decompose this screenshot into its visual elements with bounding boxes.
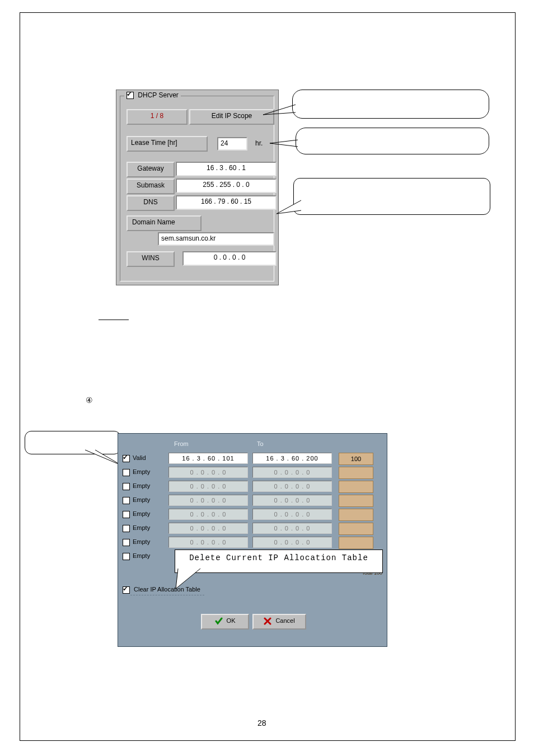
row-valid-checkbox[interactable] xyxy=(123,511,130,518)
row-to-ip: 0 . 0 . 0 . 0 xyxy=(252,467,332,478)
row-valid-checkbox[interactable] xyxy=(123,539,130,546)
row-to-ip: 0 . 0 . 0 . 0 xyxy=(252,481,332,492)
ok-label: OK xyxy=(227,617,236,624)
row-count xyxy=(339,509,373,521)
ip-scope-row: Empty0 . 0 . 0 . 00 . 0 . 0 . 0 xyxy=(123,509,382,521)
row-label: Valid xyxy=(133,454,146,461)
overlay-tail xyxy=(176,569,209,591)
submask-button[interactable]: Submask xyxy=(127,179,175,194)
row-from-ip: 0 . 0 . 0 . 0 xyxy=(168,495,248,506)
row-valid-checkbox[interactable] xyxy=(123,469,130,476)
row-from-ip: 0 . 0 . 0 . 0 xyxy=(168,509,248,520)
svg-line-3 xyxy=(270,143,298,147)
row-label: Empty xyxy=(133,468,150,475)
clear-ip-checkbox[interactable] xyxy=(123,586,130,594)
row-label: Empty xyxy=(133,496,150,503)
row-count xyxy=(339,481,373,493)
row-valid-checkbox[interactable] xyxy=(123,483,130,490)
dns-button[interactable]: DNS xyxy=(127,195,175,211)
row-count xyxy=(339,467,373,479)
callout-2-tail xyxy=(270,140,299,148)
callout-2 xyxy=(296,128,489,154)
callout-3 xyxy=(293,178,490,215)
page-number: 28 xyxy=(257,719,266,727)
dhcp-title-wrap: DHCP Server xyxy=(124,91,181,99)
row-from-ip: 0 . 0 . 0 . 0 xyxy=(168,481,248,492)
row-valid-checkbox[interactable] xyxy=(123,553,130,560)
dhcp-server-panel: DHCP Server 1 / 8 Edit IP Scope Lease Ti… xyxy=(116,90,279,285)
clear-ip-underline xyxy=(130,595,204,595)
ip-scope-row: Empty0 . 0 . 0 . 00 . 0 . 0 . 0 xyxy=(123,495,382,507)
row-from-ip: 0 . 0 . 0 . 0 xyxy=(168,467,248,478)
row-from-ip[interactable]: 16 . 3 . 60 . 101 xyxy=(168,453,248,464)
callout-1-tail xyxy=(263,109,297,120)
check-icon xyxy=(215,617,223,625)
ip-scope-row: Empty0 . 0 . 0 . 00 . 0 . 0 . 0 xyxy=(123,481,382,493)
domain-name-button[interactable]: Domain Name xyxy=(127,215,202,231)
scope-counter: 1 / 8 xyxy=(127,109,188,125)
row-to-ip: 0 . 0 . 0 . 0 xyxy=(252,509,332,520)
gateway-button[interactable]: Gateway xyxy=(127,162,175,177)
cancel-label: Cancel xyxy=(275,617,294,624)
row-to-ip[interactable]: 16 . 3 . 60 . 200 xyxy=(252,453,332,464)
ip-scope-row: Valid16 . 3 . 60 . 10116 . 3 . 60 . 2001… xyxy=(123,453,382,465)
ip-scope-row: Empty0 . 0 . 0 . 00 . 0 . 0 . 0 xyxy=(123,537,382,549)
row-from-ip: 0 . 0 . 0 . 0 xyxy=(168,523,248,534)
row-label: Empty xyxy=(133,510,150,517)
dns-value[interactable]: 166 . 79 . 60 . 15 xyxy=(176,195,277,210)
row-count: 100 xyxy=(339,453,373,465)
cancel-button[interactable]: Cancel xyxy=(252,614,306,630)
wins-value[interactable]: 0 . 0 . 0 . 0 xyxy=(182,251,277,266)
gateway-value[interactable]: 16 . 3 . 60 . 1 xyxy=(176,162,277,176)
row-valid-checkbox[interactable] xyxy=(123,497,130,504)
lease-time-label: Lease Time [hr] xyxy=(127,136,208,152)
svg-line-2 xyxy=(270,140,298,143)
row-label: Empty xyxy=(133,552,150,559)
row-count xyxy=(339,523,373,535)
row-label: Empty xyxy=(133,482,150,489)
ip-scope-row: Empty0 . 0 . 0 . 00 . 0 . 0 . 0 xyxy=(123,523,382,535)
wins-button[interactable]: WINS xyxy=(127,251,175,267)
row-label: Empty xyxy=(133,538,150,545)
step-marker: ④ xyxy=(86,396,93,405)
ip-scope-row: Empty0 . 0 . 0 . 00 . 0 . 0 . 0 xyxy=(123,467,382,479)
row-count xyxy=(339,537,373,549)
row-valid-checkbox[interactable] xyxy=(123,525,130,532)
row-to-ip: 0 . 0 . 0 . 0 xyxy=(252,523,332,534)
row-to-ip: 0 . 0 . 0 . 0 xyxy=(252,495,332,506)
svg-line-1 xyxy=(263,112,296,115)
dhcp-title: DHCP Server xyxy=(138,91,178,99)
row-from-ip: 0 . 0 . 0 . 0 xyxy=(168,537,248,548)
lease-unit: hr. xyxy=(255,139,263,147)
ip-scope-dialog: From To Valid16 . 3 . 60 . 10116 . 3 . 6… xyxy=(118,433,387,647)
lease-time-input[interactable]: 24 xyxy=(217,137,247,151)
underline-1 xyxy=(99,320,129,320)
cross-icon xyxy=(264,617,271,625)
col-from: From xyxy=(174,440,189,447)
dhcp-enable-checkbox[interactable] xyxy=(127,92,134,99)
row-valid-checkbox[interactable] xyxy=(123,455,130,462)
submask-value[interactable]: 255 . 255 . 0 . 0 xyxy=(176,179,277,193)
callout-1 xyxy=(292,90,489,119)
callout-3-tail xyxy=(277,200,302,217)
edit-ip-scope-button[interactable]: Edit IP Scope xyxy=(189,109,274,125)
row-count xyxy=(339,495,373,507)
col-to: To xyxy=(257,440,264,447)
domain-name-input[interactable]: sem.samsun.co.kr xyxy=(158,232,274,246)
row-to-ip: 0 . 0 . 0 . 0 xyxy=(252,537,332,548)
ok-button[interactable]: OK xyxy=(201,614,249,630)
row-label: Empty xyxy=(133,524,150,531)
